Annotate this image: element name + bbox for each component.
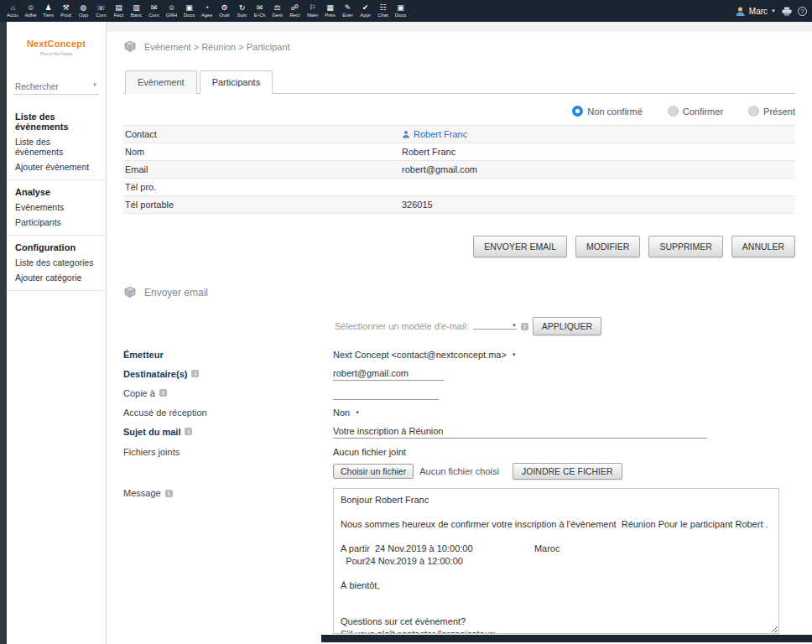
radio-unselected-icon (748, 106, 759, 117)
message-textarea[interactable]: Bonjour Robert Franc Nous sommes heureux… (333, 488, 779, 634)
template-select[interactable]: ▼ (473, 323, 517, 330)
module-icon: ☍ (291, 3, 299, 13)
sidebar-search: ▼ (13, 78, 99, 95)
chevron-down-icon: ▼ (355, 410, 360, 415)
topbar-module[interactable]: ▥ Banc (128, 3, 144, 18)
print-icon[interactable] (782, 7, 792, 16)
page-layout: NextConcept Plus in the Future ▼ Liste d… (0, 22, 812, 644)
topbar-module[interactable]: ☏ Com (93, 3, 109, 18)
attachments-label: Fichiers joints (123, 447, 333, 457)
module-icon: ▦ (326, 3, 334, 13)
topbar-module[interactable]: ☷ Chat (375, 3, 391, 18)
delete-button[interactable]: SUPPRIMER (648, 236, 722, 257)
table-row: Contact Robert Franc (123, 125, 795, 143)
record-actions: ENVOYER EMAIL MODIFIER SUPPRIMER ANNULER (123, 236, 795, 257)
user-menu[interactable]: Marc ▼ (735, 6, 776, 17)
topbar-module[interactable]: ◍ Opp (75, 3, 91, 18)
module-icon: ↻ (239, 3, 246, 13)
topbar-module[interactable]: ⌂ Accu. (5, 3, 21, 18)
topbar-module[interactable]: ⚙ Outil (216, 3, 232, 18)
breadcrumb-text: Evènement > Réunion > Participant (144, 42, 290, 52)
topbar-module[interactable]: ✔ Appr (357, 3, 373, 18)
module-label: Outil (219, 13, 229, 18)
send-email-button[interactable]: ENVOYER EMAIL (473, 236, 567, 257)
module-label: Recr (289, 13, 300, 18)
topbar-module[interactable]: ⚒ Prod (58, 3, 74, 18)
radio-present[interactable]: Présent (748, 106, 795, 117)
module-icon: ✔ (362, 3, 369, 13)
attachments-row: Fichiers joints Aucun fichier joint Choi… (123, 447, 795, 480)
module-label: E-Ch (254, 13, 266, 18)
app-logo: NextConcept Plus in the Future (10, 35, 102, 56)
topbar-module[interactable]: ✉ Com (146, 3, 162, 18)
ack-select[interactable]: Non ▼ (333, 408, 360, 418)
module-label: Opp (79, 13, 88, 18)
sender-select[interactable]: Next Concept <contact@nextconcept.ma> ▼ (333, 350, 517, 360)
subject-input[interactable] (333, 424, 707, 439)
sidebar-item-ajouter-categorie[interactable]: Ajouter catégorie (7, 270, 106, 285)
recipients-input[interactable] (333, 366, 444, 381)
subject-row: Sujet du mail i (123, 424, 795, 439)
sidebar-item-liste-des-categories[interactable]: Liste des categories (7, 255, 106, 270)
contact-link[interactable]: Robert Franc (414, 129, 467, 139)
cancel-button[interactable]: ANNULER (731, 236, 795, 257)
radio-selected-icon (572, 106, 583, 117)
sidebar-item-participants[interactable]: Participants (7, 215, 106, 230)
topbar-module[interactable]: ◔ Ages (199, 3, 215, 18)
module-label: Tiers (43, 13, 54, 18)
module-icon: ▤ (115, 3, 122, 13)
module-label: Evér (342, 13, 352, 18)
topbar-module[interactable]: ♟ Tiers (40, 3, 56, 18)
radio-label: Présent (763, 106, 795, 117)
module-icon: ▣ (185, 3, 193, 13)
module-icon: ✉ (257, 3, 263, 13)
recipients-row: Destinataire(s) i (123, 366, 795, 381)
topbar-module[interactable]: ▦ Prés (322, 3, 338, 18)
join-file-button[interactable]: JOINDRE CE FICHIER (513, 463, 622, 480)
sidebar: NextConcept Plus in the Future ▼ Liste d… (7, 22, 107, 644)
topbar-module[interactable]: ▣ Docs (393, 3, 409, 18)
choose-file-button[interactable]: Choisir un fichier (333, 464, 414, 479)
module-label: Accu. (7, 13, 19, 18)
tab-participants[interactable]: Participants (200, 70, 273, 94)
radio-unselected-icon (668, 106, 679, 117)
module-label: Gest (272, 13, 283, 18)
topbar-module[interactable]: ▤ Fact (111, 3, 127, 18)
radio-label: Confirmer (683, 106, 723, 117)
sidebar-menu: Liste des évènements Liste des évènement… (7, 105, 106, 291)
topbar-module[interactable]: ↻ Suiv (234, 3, 250, 18)
sidebar-item-ajouter-evenement[interactable]: Ajouter évènement (7, 159, 106, 174)
sidebar-item-evenements[interactable]: Evènements (7, 200, 106, 215)
template-select-label: Sélectionner un modèle d'e-mail: (335, 321, 469, 331)
table-row: Email robert@gmail.com (123, 160, 795, 178)
info-icon: i (159, 389, 167, 397)
section-title: Envoyer email (144, 287, 208, 299)
radio-non-confirme[interactable]: Non confirmé (572, 106, 642, 117)
topbar-module[interactable]: ☺ GRH (164, 3, 180, 18)
sender-value: Next Concept <contact@nextconcept.ma> (333, 350, 507, 360)
topbar-module[interactable]: ⚖ Gest (269, 3, 285, 18)
topbar-module[interactable]: ✉ E-Ch (252, 3, 268, 18)
topbar-module[interactable]: ⚐ Main (304, 3, 320, 18)
search-dropdown-icon[interactable]: ▼ (92, 82, 97, 87)
menu-section-events: Liste des évènements Liste des évènement… (7, 105, 106, 180)
sidebar-item-liste-des-evenements[interactable]: Liste des évènements (7, 134, 106, 159)
module-label: Docs (184, 13, 195, 18)
topbar-module[interactable]: ☍ Recr (287, 3, 303, 18)
topbar-module[interactable]: ✎ Evér (340, 3, 356, 18)
radio-confirmer[interactable]: Confirmer (668, 106, 723, 117)
info-icon: i (185, 428, 192, 435)
topbar-right: Marc ▼ ? (735, 6, 807, 17)
search-input[interactable] (13, 80, 99, 94)
tab-evenement[interactable]: Evènement (125, 70, 197, 94)
cc-input[interactable] (333, 386, 439, 400)
topbar-module[interactable]: ▣ Docs (181, 3, 197, 18)
file-picker-line: Choisir un fichier Aucun fichier choisi … (333, 463, 622, 480)
modify-button[interactable]: MODIFIER (575, 236, 640, 257)
module-icon: ▥ (133, 3, 140, 13)
app-logo-tagline: Plus in the Future (10, 51, 102, 56)
topbar-module[interactable]: ☺ Adhé (23, 3, 39, 18)
help-icon[interactable]: ? (798, 7, 807, 16)
module-icon: ⚐ (309, 3, 315, 13)
apply-template-button[interactable]: APPLIQUER (533, 317, 601, 335)
